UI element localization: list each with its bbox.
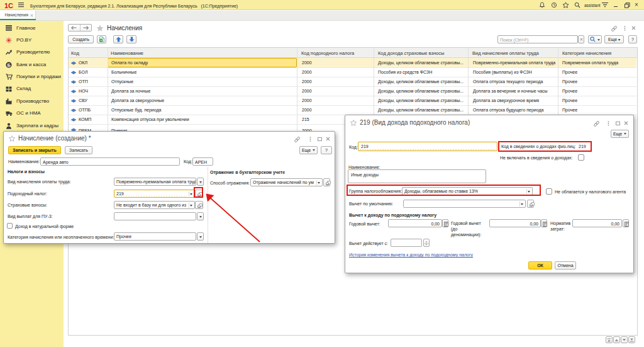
svg-text:1C: 1C — [4, 2, 13, 9]
svg-text:Б: Б — [8, 62, 11, 68]
